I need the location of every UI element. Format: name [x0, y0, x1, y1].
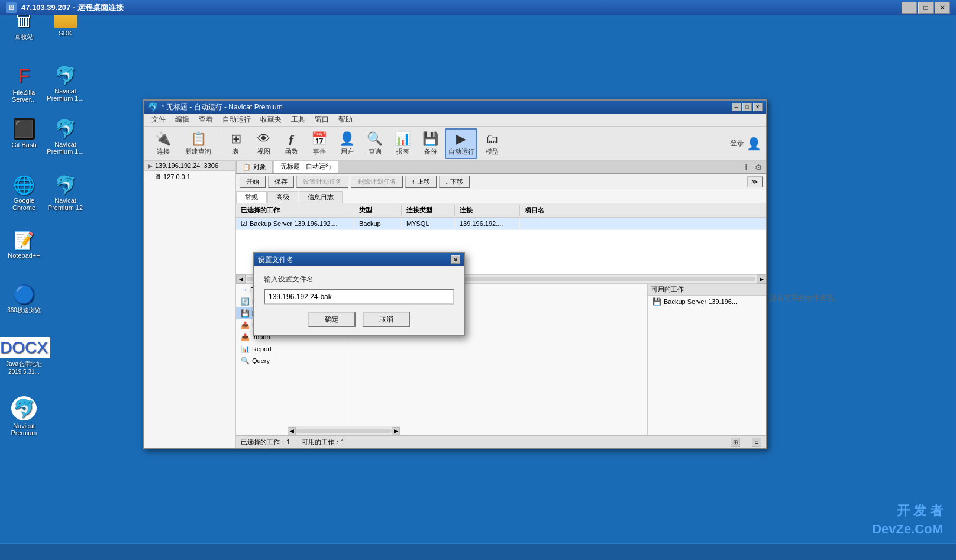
- job-checkbox[interactable]: ☑: [241, 219, 247, 228]
- navicat-minimize[interactable]: ─: [732, 103, 741, 111]
- right-panel-header: 可用的工作: [648, 284, 766, 296]
- close-button[interactable]: ✕: [935, 2, 950, 14]
- navicat-close[interactable]: ✕: [753, 103, 763, 111]
- start-button[interactable]: 开始: [240, 176, 266, 188]
- filename-dialog: 设置文件名 ✕ 输入设置文件名 确定 取消: [253, 252, 465, 336]
- toolbar-connect[interactable]: 🔌 连接: [147, 128, 179, 159]
- toolbar-view[interactable]: 👁 视图: [250, 128, 277, 159]
- navicat-status-bar: 已选择的工作：1 可用的工作：1 ⊞ ≡: [236, 435, 766, 448]
- expand-button[interactable]: ≫: [747, 176, 763, 187]
- right-panel-item-1[interactable]: 💾 Backup Server 139.196...: [648, 296, 766, 307]
- datatransfer-icon: ↔: [241, 286, 248, 294]
- remote-desktop-icon: 🖥: [6, 2, 17, 13]
- job-table-header: 已选择的工作 类型 连接类型 连接 项目名: [236, 203, 766, 218]
- datasync-icon: 🔄: [241, 297, 250, 306]
- navicat-maximize[interactable]: □: [742, 103, 752, 111]
- left-panel-item-query[interactable]: 🔍 Query: [236, 355, 348, 367]
- menu-favorites[interactable]: 收藏夹: [256, 114, 286, 126]
- menu-help[interactable]: 帮助: [334, 114, 357, 126]
- left-panel-scrollbar-h[interactable]: ◀ ▶: [288, 426, 348, 435]
- menu-view[interactable]: 查看: [194, 114, 218, 126]
- user-avatar: 👤: [747, 137, 761, 151]
- minimize-button[interactable]: ─: [902, 2, 917, 14]
- function-icon: ƒ: [288, 131, 295, 147]
- move-up-button[interactable]: ↑ 上移: [405, 176, 437, 188]
- job-row-1[interactable]: ☑ Backup Server 139.196.192.... Backup M…: [236, 218, 766, 230]
- menu-edit[interactable]: 编辑: [170, 114, 194, 126]
- dialog-input[interactable]: [264, 289, 454, 305]
- subtab-general[interactable]: 常规: [236, 191, 267, 203]
- browser360-icon: 🔵: [13, 284, 35, 305]
- menu-autorun[interactable]: 自动运行: [218, 114, 256, 126]
- col-header-projname: 项目名: [520, 205, 579, 216]
- toolbar-function[interactable]: ƒ 函数: [278, 128, 305, 159]
- set-schedule-button[interactable]: 设置计划任务: [296, 176, 348, 188]
- job-conn: 139.196.192....: [455, 218, 520, 229]
- desktop: 🗑 回收站 SDK F FileZilla Server... 🐬 Navica…: [0, 0, 956, 560]
- gitbash-icon: ⬛: [14, 118, 35, 140]
- subtab-log[interactable]: 信息日志: [299, 191, 343, 203]
- desktop-icon-navicat12[interactable]: 🐬 Navicat Premium 12: [46, 174, 85, 211]
- status-view-toggle1[interactable]: ⊞: [731, 438, 740, 447]
- settings-btn[interactable]: ⚙: [751, 161, 766, 173]
- col-header-name: 已选择的工作: [236, 205, 354, 216]
- toolbar-newquery[interactable]: 📋 新建查询: [180, 128, 216, 159]
- save-button[interactable]: 保存: [268, 176, 294, 188]
- toolbar-model[interactable]: 🗂 模型: [479, 128, 505, 159]
- toolbar-backup[interactable]: 💾 备份: [417, 128, 444, 159]
- sidebar-item-127[interactable]: 🖥 127.0.0.1: [144, 171, 235, 183]
- menu-window[interactable]: 窗口: [310, 114, 334, 126]
- menu-tools[interactable]: 工具: [286, 114, 310, 126]
- desktop-icon-gitbash[interactable]: ⬛ Git Bash: [5, 118, 43, 148]
- import-icon: 📥: [241, 333, 250, 341]
- col-header-conntype: 连接类型: [402, 205, 455, 216]
- autorun-tab[interactable]: 无标题 - 自动运行: [274, 161, 338, 173]
- maximize-button[interactable]: □: [918, 2, 934, 14]
- desktop-icon-java-doc[interactable]: DOCX Java仓库地址 2019.5.31...: [5, 337, 43, 375]
- java-doc-icon: DOCX: [0, 337, 50, 358]
- toolbar-autorun[interactable]: ▶ 自动运行: [445, 128, 477, 159]
- move-down-button[interactable]: ↓ 下移: [439, 176, 470, 188]
- desktop-icon-notepadpp[interactable]: 📝 Notepad++: [5, 231, 43, 259]
- login-label[interactable]: 登录: [730, 138, 744, 148]
- delete-schedule-button[interactable]: 删除计划任务: [351, 176, 403, 188]
- notepadpp-icon: 📝: [14, 231, 34, 250]
- status-available: 可用的工作：1: [302, 438, 344, 446]
- status-view-toggle2[interactable]: ≡: [752, 438, 761, 447]
- dialog-close-btn[interactable]: ✕: [451, 255, 460, 264]
- desktop-icon-navicat-main[interactable]: 🐬 Navicat Premium: [5, 396, 43, 436]
- toolbar-query[interactable]: 🔍 查询: [361, 128, 388, 159]
- toolbar-table[interactable]: ⊞ 表: [222, 128, 249, 159]
- query-icon: 🔍: [367, 131, 383, 147]
- server-icon: 🖥: [154, 173, 161, 181]
- desktop-icon-navicat1[interactable]: 🐬 Navicat Premium 1...: [46, 65, 85, 102]
- menu-file[interactable]: 文件: [147, 114, 170, 126]
- left-panel-item-report[interactable]: 📊 Report: [236, 343, 348, 355]
- toolbar-event[interactable]: 📅 事件: [306, 128, 332, 159]
- query-list-icon: 🔍: [241, 357, 250, 365]
- sidebar-expand-icon[interactable]: ▶: [148, 163, 153, 169]
- toolbar-report[interactable]: 📊 报表: [389, 128, 416, 159]
- desktop-icon-navicat2[interactable]: 🐬 Navicat Premium 1...: [46, 118, 85, 155]
- job-name: Backup Server 139.196.192....: [250, 220, 338, 227]
- report-icon: 📊: [395, 131, 411, 147]
- dialog-confirm-btn[interactable]: 确定: [308, 312, 356, 327]
- object-tab[interactable]: 📋 对象: [236, 161, 273, 173]
- no-info-text: 没有可用的物件资讯。: [770, 293, 841, 303]
- dialog-title: 设置文件名: [258, 255, 293, 265]
- navicat-menubar: 文件 编辑 查看 自动运行 收藏夹 工具 窗口 帮助: [144, 114, 766, 127]
- chrome-icon: 🌐: [13, 174, 35, 195]
- dialog-cancel-btn[interactable]: 取消: [363, 312, 410, 327]
- toolbar-user[interactable]: 👤 用户: [334, 128, 360, 159]
- desktop-icon-filezilla[interactable]: F FileZilla Server...: [5, 65, 43, 103]
- desktop-icon-360[interactable]: 🔵 360极速浏览: [5, 284, 43, 315]
- table-icon: ⊞: [231, 131, 241, 147]
- export-icon: 📤: [241, 321, 250, 329]
- col-header-type: 类型: [354, 205, 402, 216]
- desktop-icon-chrome[interactable]: 🌐 Google Chrome: [5, 174, 43, 211]
- taskbar: [0, 543, 956, 560]
- subtab-advanced[interactable]: 高级: [267, 191, 298, 203]
- info-btn[interactable]: ℹ: [741, 161, 751, 173]
- right-backup-icon: 💾: [653, 297, 661, 306]
- dialog-titlebar: 设置文件名 ✕: [254, 253, 464, 266]
